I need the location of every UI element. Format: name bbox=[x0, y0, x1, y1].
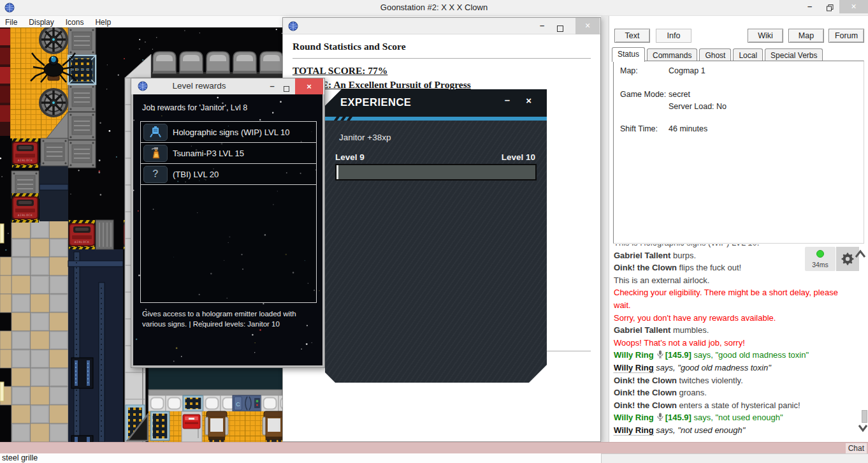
info-panel: StatusCommandsGhostLocalSpecial Verbs Ma… bbox=[609, 16, 868, 442]
menu-help[interactable]: Help bbox=[95, 17, 111, 28]
chat-message: Sorry, you don't have any rewards availa… bbox=[614, 312, 855, 325]
chat-message: Oink! the Clown groans. bbox=[614, 386, 855, 399]
xp-progress-bar bbox=[335, 164, 537, 180]
fan-vent[interactable] bbox=[40, 27, 67, 53]
maximize-icon bbox=[284, 86, 289, 92]
chat-input[interactable] bbox=[601, 453, 868, 463]
stats-titlebar[interactable]: – × bbox=[283, 18, 600, 34]
xp-progress-fill bbox=[336, 165, 338, 179]
crate-wall-tile[interactable] bbox=[68, 112, 96, 140]
tab-local[interactable]: Local bbox=[733, 48, 763, 61]
reward-description: Gives access to a hologram emitter loade… bbox=[142, 309, 315, 329]
stats-heading: Round Statistics and Score bbox=[293, 41, 591, 52]
rewards-title: Level rewards bbox=[131, 81, 267, 91]
ping-latency: 34ms bbox=[805, 261, 835, 268]
window-grille-tile[interactable] bbox=[68, 55, 96, 84]
floor-grille-tile[interactable] bbox=[150, 411, 170, 441]
white-wall-tile[interactable] bbox=[166, 395, 183, 411]
byond-logo-icon bbox=[288, 21, 298, 31]
minimize-button[interactable]: – bbox=[532, 18, 552, 34]
maximize-button[interactable] bbox=[550, 18, 570, 34]
panel-button-info[interactable]: Info bbox=[656, 29, 691, 43]
red-crate[interactable] bbox=[183, 415, 200, 429]
status-row: Map:Cogmap 1 bbox=[620, 66, 857, 76]
window-wall-tile[interactable] bbox=[183, 395, 203, 411]
pane-splitter[interactable] bbox=[601, 16, 609, 442]
crate-wall-tile[interactable] bbox=[68, 140, 96, 168]
maximize-icon bbox=[557, 26, 563, 32]
spray-bottle-icon bbox=[143, 145, 168, 162]
office-chair[interactable] bbox=[205, 411, 228, 442]
dark-plating bbox=[40, 163, 68, 221]
reward-item[interactable]: Holographic signs (WIP) LVL 10 bbox=[141, 122, 316, 143]
airlock-label: AIRLOCK bbox=[18, 159, 33, 162]
chat-message: wait. bbox=[614, 299, 855, 312]
space-teal-patch bbox=[148, 364, 282, 392]
chat-tab[interactable]: Chat bbox=[846, 443, 867, 454]
reward-item[interactable]: Tsunami-P3 LVL 15 bbox=[141, 143, 316, 164]
status-row: Shift Time:46 minutes bbox=[620, 124, 857, 134]
scrollbar-thumb[interactable] bbox=[862, 410, 867, 423]
airlock-door[interactable] bbox=[11, 193, 39, 223]
status-label: Shift Time: bbox=[620, 124, 669, 134]
panel-button-wiki[interactable]: Wiki bbox=[748, 29, 783, 43]
crate-wall-tile[interactable] bbox=[68, 27, 96, 55]
chat-output[interactable]: This is Holographic signs (WIP) LVL 10.G… bbox=[611, 244, 864, 442]
fan-vent[interactable] bbox=[40, 89, 67, 116]
panel-button-map[interactable]: Map bbox=[788, 29, 824, 43]
close-button[interactable]: × bbox=[575, 18, 600, 34]
white-wall-tile[interactable] bbox=[148, 395, 166, 411]
red-wall-tiles[interactable] bbox=[0, 27, 10, 136]
maximize-button[interactable] bbox=[280, 78, 293, 94]
minimize-button[interactable]: – bbox=[505, 94, 510, 105]
reward-item[interactable]: ?(TBI) LVL 20 bbox=[141, 164, 316, 185]
chat-message: Checking your eligibility. There might b… bbox=[614, 286, 855, 299]
ridged-wall-tile[interactable] bbox=[96, 220, 113, 249]
reward-label: Tsunami-P3 LVL 15 bbox=[173, 149, 244, 158]
rewards-titlebar[interactable]: Level rewards – × bbox=[131, 78, 324, 94]
scroll-up-icon[interactable] bbox=[855, 249, 866, 258]
main-titlebar[interactable]: Goonstation #2: X X X Clown – × bbox=[0, 0, 868, 16]
close-button[interactable]: × bbox=[839, 0, 868, 13]
status-row: Game Mode:secret bbox=[620, 90, 857, 99]
reward-label: Holographic signs (WIP) LVL 10 bbox=[173, 128, 290, 137]
engine-pod[interactable] bbox=[180, 52, 203, 73]
engine-pod[interactable] bbox=[233, 52, 256, 73]
xp-titlebar[interactable]: EXPERIENCE – × bbox=[325, 89, 547, 117]
tab-special-verbs[interactable]: Special Verbs bbox=[765, 48, 823, 61]
engine-pods[interactable] bbox=[153, 52, 282, 73]
menu-display[interactable]: Display bbox=[29, 17, 54, 28]
scroll-down-icon[interactable] bbox=[858, 424, 868, 432]
panel-button-forum[interactable]: Forum bbox=[828, 29, 864, 43]
close-button[interactable]: × bbox=[526, 95, 532, 106]
reward-label: (TBI) LVL 20 bbox=[173, 170, 219, 179]
white-wall-tile[interactable] bbox=[261, 395, 278, 411]
ping-indicator[interactable]: 34ms bbox=[805, 247, 835, 271]
restore-button[interactable] bbox=[820, 0, 840, 13]
status-label bbox=[620, 102, 669, 112]
status-label: Game Mode: bbox=[620, 90, 669, 99]
room-wall-row[interactable]: C bbox=[148, 395, 282, 411]
panel-button-text[interactable]: Text bbox=[614, 29, 650, 43]
white-wall-tile[interactable] bbox=[203, 395, 221, 411]
crate-wall-tile[interactable] bbox=[68, 84, 96, 112]
tab-commands[interactable]: Commands bbox=[647, 48, 697, 61]
minimize-button[interactable]: – bbox=[800, 0, 820, 13]
chat-message: Willy Ring says, "good old madness toxin… bbox=[614, 362, 855, 374]
xp-title: EXPERIENCE bbox=[340, 96, 411, 108]
close-button[interactable]: × bbox=[295, 78, 323, 94]
chat-log: This is Holographic signs (WIP) LVL 10.G… bbox=[611, 244, 864, 437]
crate-wall-tile[interactable] bbox=[41, 138, 68, 166]
question-icon: ? bbox=[143, 166, 168, 183]
tab-ghost[interactable]: Ghost bbox=[699, 48, 731, 61]
status-row: Server Load: No bbox=[620, 102, 857, 112]
engine-pod[interactable] bbox=[206, 52, 229, 73]
tab-status[interactable]: Status bbox=[612, 47, 645, 62]
engine-pod[interactable] bbox=[153, 52, 176, 73]
menu-icons[interactable]: Icons bbox=[66, 17, 84, 28]
airlock-door[interactable] bbox=[11, 138, 39, 168]
airlock-door[interactable] bbox=[68, 220, 96, 249]
minimize-button[interactable]: – bbox=[266, 78, 278, 94]
engine-pod[interactable] bbox=[260, 52, 282, 73]
menu-file[interactable]: File bbox=[5, 17, 17, 28]
